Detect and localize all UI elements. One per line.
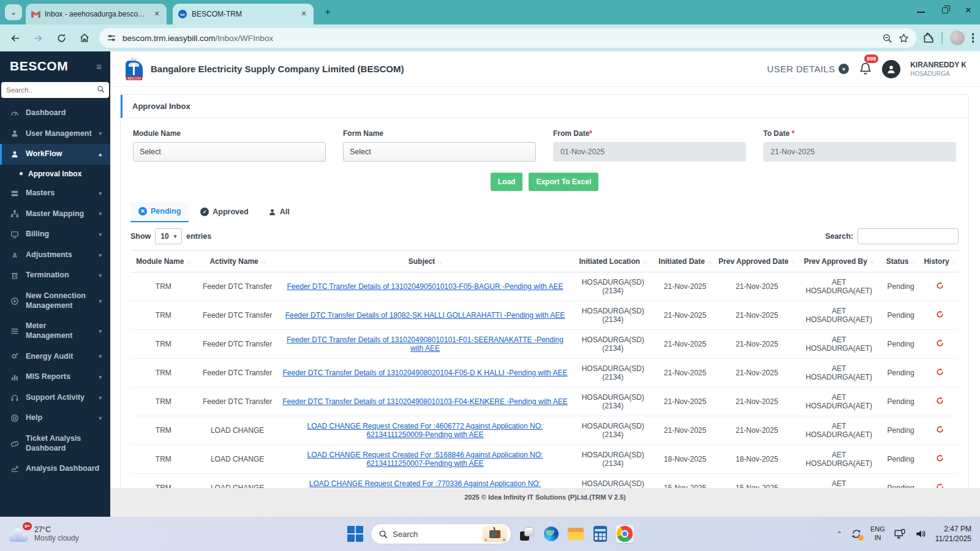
table-search-input[interactable]: [858, 228, 959, 244]
to-date-input[interactable]: 21-Nov-2025: [763, 142, 956, 162]
language-indicator[interactable]: ENG IN: [870, 525, 885, 542]
browser-tab-bescom[interactable]: BESCOM-TRM ×: [173, 4, 314, 24]
table-row: TRMFeeder DTC TransferFeeder DTC Transfe…: [130, 272, 959, 301]
sidebar-item-mis-reports[interactable]: MIS Reports▾: [0, 367, 110, 388]
subject-link[interactable]: LOAD CHANGE Request Created For :770336 …: [309, 479, 541, 488]
sidebar-item-workflow[interactable]: WorkFlow▴: [0, 144, 110, 165]
column-header-initiated-location[interactable]: Initiated Location↑↓: [571, 251, 654, 272]
form-name-select[interactable]: Select: [343, 142, 536, 162]
column-header-activity-name[interactable]: Activity Name↑↓: [197, 251, 279, 272]
sidebar-item-new-connection-management[interactable]: New Connection Management▾: [0, 286, 110, 316]
chrome-icon[interactable]: [616, 525, 634, 543]
start-button[interactable]: [346, 525, 364, 543]
history-icon[interactable]: [936, 454, 944, 462]
extensions-icon[interactable]: [922, 32, 934, 44]
sidebar-item-master-mapping[interactable]: Master Mapping▾: [0, 204, 110, 225]
chevron-down-icon: ▾: [174, 233, 177, 239]
window-minimize-icon[interactable]: [917, 8, 925, 13]
subject-link[interactable]: LOAD CHANGE Request Created For :5168846…: [307, 451, 543, 468]
column-header-module-name[interactable]: Module Name↑↓: [130, 251, 197, 272]
sidebar-item-energy-audit[interactable]: Energy Audit▾: [0, 347, 110, 367]
sidebar-subitem-approval-inbox[interactable]: Approval Inbox: [0, 165, 110, 183]
chevron-down-icon: ▾: [99, 252, 102, 258]
sidebar-toggle-icon[interactable]: ≡: [96, 61, 102, 72]
new-tab-button[interactable]: +: [320, 4, 336, 20]
subject-link[interactable]: LOAD CHANGE Request Created For :4606772…: [307, 422, 543, 439]
show-label: Show: [130, 232, 151, 241]
history-icon[interactable]: [936, 282, 944, 290]
subject-link[interactable]: Feeder DTC Transfer Details of 131020490…: [287, 335, 564, 353]
sidebar-item-analysis-dashboard[interactable]: Analysis Dashboard: [0, 459, 110, 479]
column-header-subject[interactable]: Subject↑↓: [278, 251, 571, 272]
user-details-dropdown[interactable]: USER DETAILS ▾: [767, 64, 849, 74]
window-close-icon[interactable]: ×: [965, 6, 974, 15]
subject-link[interactable]: Feeder DTC Transfer Details of 131020490…: [282, 369, 567, 377]
column-header-prev-approved-by[interactable]: Prev Approved By↑↓: [797, 251, 880, 272]
history-icon[interactable]: [936, 483, 944, 488]
subject-link[interactable]: Feeder DTC Transfer Details of 18082-SK …: [285, 311, 565, 320]
module-name-select[interactable]: Select: [133, 142, 326, 162]
sidebar-item-support-activity[interactable]: Support Activity▾: [0, 388, 110, 408]
history-icon[interactable]: [936, 425, 944, 433]
browser-tab-gmail[interactable]: Inbox - aeehosadurga.bescom@ ×: [26, 4, 167, 24]
tray-chevron-up-icon[interactable]: ⌃: [837, 530, 842, 538]
sidebar-search-input[interactable]: [1, 82, 109, 98]
column-header-initiated-date[interactable]: Initiated Date↑↓: [654, 251, 716, 272]
sitemap-icon: [10, 209, 20, 218]
history-icon[interactable]: [936, 368, 944, 376]
url-bar[interactable]: bescom.trm.ieasybill.com/Inbox/WFInbox: [99, 28, 916, 48]
sidebar-item-help[interactable]: Help▾: [0, 408, 110, 429]
sidebar-item-meter-management[interactable]: Meter Management▾: [0, 316, 110, 346]
calculator-icon[interactable]: [591, 525, 609, 543]
user-avatar[interactable]: [882, 60, 900, 78]
column-header-prev-approved-date[interactable]: Prev Approved Date↑↓: [716, 251, 797, 272]
help-icon: [10, 414, 20, 422]
task-view-icon[interactable]: [518, 525, 536, 543]
tab-all[interactable]: All: [260, 202, 298, 222]
clock[interactable]: 2:47 PM 11/21/2025: [935, 524, 971, 544]
history-icon[interactable]: [936, 339, 944, 347]
browser-profile-avatar[interactable]: [950, 31, 965, 45]
sidebar-item-user-management[interactable]: User Management▾: [0, 124, 110, 144]
history-icon[interactable]: [936, 397, 944, 405]
tab-close-icon[interactable]: ×: [152, 9, 162, 19]
load-button[interactable]: Load: [491, 173, 523, 191]
sync-tray-icon[interactable]: [851, 528, 862, 539]
sidebar-item-dashboard[interactable]: Dashboard: [0, 103, 110, 124]
bookmark-star-icon[interactable]: [899, 33, 909, 43]
window-restore-icon[interactable]: [942, 7, 948, 13]
sidebar-item-billing[interactable]: Billing▾: [0, 224, 110, 245]
tab-close-icon[interactable]: ×: [299, 9, 309, 19]
file-explorer-icon[interactable]: [567, 525, 585, 543]
site-settings-icon[interactable]: [107, 33, 116, 43]
reload-icon[interactable]: [53, 29, 70, 47]
sidebar-item-ticket-analysis-dashboard[interactable]: Ticket Analysis Dashboard: [0, 429, 110, 459]
export-to-excel-button[interactable]: Export To Excel: [529, 173, 598, 191]
back-icon[interactable]: [6, 29, 23, 47]
history-icon[interactable]: [936, 310, 944, 318]
zoom-out-icon[interactable]: [882, 33, 892, 43]
volume-icon[interactable]: [914, 528, 927, 540]
edge-icon[interactable]: [542, 525, 560, 543]
browser-menu-icon[interactable]: [972, 33, 974, 43]
from-date-input[interactable]: 01-Nov-2025: [553, 142, 746, 162]
column-header-history[interactable]: History↑↓: [921, 251, 959, 272]
weather-widget[interactable]: 9+ 27°C Mostly cloudy: [9, 525, 79, 542]
notifications-button[interactable]: 899: [859, 59, 872, 79]
tab-approved[interactable]: ✓ Approved: [192, 202, 256, 222]
sidebar-item-termination[interactable]: Termination▾: [0, 265, 110, 286]
sidebar-item-adjustments[interactable]: AAdjustments▾: [0, 245, 110, 266]
tab-pending[interactable]: ✕ Pending: [130, 202, 189, 222]
page-size-select[interactable]: 10▾: [155, 228, 182, 244]
network-icon[interactable]: [894, 528, 906, 540]
column-header-status[interactable]: Status↑↓: [880, 251, 921, 272]
taskbar-search[interactable]: Search: [371, 523, 511, 544]
search-highlight-icon[interactable]: [483, 525, 507, 542]
subject-link[interactable]: Feeder DTC Transfer Details of 131020490…: [282, 397, 568, 406]
home-icon[interactable]: [76, 29, 93, 47]
sidebar-item-masters[interactable]: Masters▾: [0, 183, 110, 204]
forward-icon[interactable]: [29, 29, 47, 47]
tab-search-button[interactable]: ⌄: [5, 4, 22, 20]
url-text[interactable]: bescom.trm.ieasybill.com/Inbox/WFInbox: [123, 34, 876, 43]
subject-link[interactable]: Feeder DTC Transfer Details of 131020490…: [287, 282, 563, 291]
